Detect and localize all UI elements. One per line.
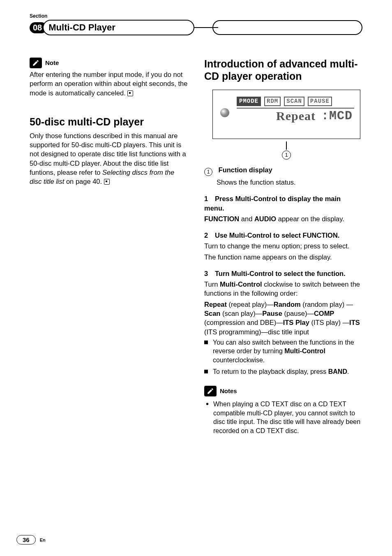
seq-pause: Pause — [262, 310, 282, 317]
callout-leader-line — [286, 141, 287, 150]
step1-body: FUNCTION and AUDIO appear on the display… — [204, 214, 362, 223]
step1-kw-function: FUNCTION — [204, 215, 239, 222]
page-footer: 36 En — [16, 535, 46, 544]
section-label: Section — [30, 13, 362, 19]
step1-mid: and — [239, 215, 254, 222]
tip-return-playback: To return to the playback display, press… — [204, 367, 362, 378]
square-bullet-icon — [204, 341, 208, 344]
heading-intro-advanced: Introduction of advanced multi-CD player… — [204, 58, 362, 82]
pencil-icon — [204, 386, 217, 396]
seq-random-p: (random play) — — [301, 301, 353, 308]
function-sequence: Repeat (repeat play)—Random (random play… — [204, 300, 362, 336]
seq-its: ITS — [349, 319, 360, 326]
b2a: To return to the playback display, press — [213, 368, 328, 375]
right-column: Introduction of advanced multi-CD player… — [204, 58, 362, 437]
b1c: counterclockwise. — [213, 357, 265, 364]
note-body: After entering the number input mode, if… — [30, 70, 188, 97]
seq-random: Random — [274, 301, 301, 308]
indicator-pmode: PMODE — [237, 97, 261, 106]
display-function-name: Repeat — [276, 108, 316, 125]
indicator-rdm: RDM — [264, 97, 281, 106]
function-display-label-row: 1 Function display — [204, 165, 362, 176]
step1-head-text: Press Multi-Control to display the main … — [204, 195, 341, 211]
note-heading: Note — [30, 58, 59, 68]
seq-repeat-p: (repeat play)— — [227, 301, 274, 308]
seq-scan: Scan — [204, 310, 220, 317]
pencil-icon — [30, 58, 42, 68]
note-label: Note — [45, 59, 59, 67]
chapter-title: Multi-CD Player — [43, 20, 194, 35]
b2c: . — [347, 368, 349, 375]
step2-line2: The function name appears on the display… — [204, 253, 362, 262]
display-function-value: :MCD — [321, 108, 353, 125]
b2b: BAND — [328, 368, 347, 375]
step3-head: 3Turn Multi-Control to select the functi… — [204, 269, 362, 278]
tip-reverse-order: You can also switch between the function… — [204, 338, 362, 366]
header-decoration-bubble — [212, 20, 362, 35]
b1b: Multi-Control — [284, 348, 325, 354]
seq-pause-p: (pause)— — [282, 310, 314, 317]
lcd-display-illustration: PMODE RDM SCAN PAUSE Repeat :MCD — [212, 90, 360, 139]
seq-its-p: (ITS programming)—disc title input — [204, 328, 309, 336]
seq-repeat: Repeat — [204, 301, 227, 308]
step2-line1: Turn to change the menu option; press to… — [204, 241, 362, 250]
notes-heading: Notes — [204, 386, 237, 396]
end-of-section-icon — [104, 179, 110, 185]
display-indicator-row: PMODE RDM SCAN PAUSE — [237, 97, 354, 106]
chapter-header: 08 Multi-CD Player — [30, 20, 362, 35]
display-main-row: Repeat :MCD — [219, 108, 354, 125]
callout-number: 1 — [282, 151, 291, 160]
step1-kw-audio: AUDIO — [254, 215, 276, 222]
step1-tail: appear on the display. — [276, 215, 344, 222]
notes-label: Notes — [220, 387, 237, 395]
indicator-scan: SCAN — [284, 97, 304, 106]
left-column: Note After entering the number input mod… — [30, 58, 188, 437]
language-code: En — [40, 537, 46, 542]
square-bullet-icon — [204, 370, 208, 373]
p1-tail: on page 40. — [64, 178, 102, 185]
seq-comp-p: (compression and DBE)— — [204, 319, 283, 326]
notes-list: When playing a CD TEXT disc on a CD TEXT… — [204, 400, 362, 435]
seq-itsplay: ITS Play — [283, 319, 309, 326]
notes-item: When playing a CD TEXT disc on a CD TEXT… — [213, 400, 362, 435]
b1a: You can also switch between the function… — [213, 339, 354, 355]
note-body-text: After entering the number input mode, if… — [30, 71, 187, 97]
seq-scan-p: (scan play)— — [220, 310, 262, 317]
step2-head: 2Use Multi-Control to select FUNCTION. — [204, 231, 362, 240]
step2-head-text: Use Multi-Control to select FUNCTION. — [215, 232, 339, 239]
knob-icon — [220, 108, 229, 117]
function-display-label: Function display — [219, 166, 272, 174]
indicator-pause: PAUSE — [308, 97, 332, 106]
page-number: 36 — [16, 535, 36, 544]
paragraph-50disc: Only those functions described in this m… — [30, 131, 188, 186]
s3a: Turn — [204, 280, 220, 288]
step3-line1: Turn Multi-Control clockwise to switch b… — [204, 280, 362, 298]
step3-head-text: Turn Multi-Control to select the functio… — [215, 270, 346, 277]
heading-50disc: 50-disc multi-CD player — [30, 116, 188, 128]
seq-itsplay-p: (ITS play) — — [309, 319, 349, 326]
s3b: Multi-Control — [220, 280, 262, 288]
end-of-section-icon — [127, 90, 133, 96]
function-display-desc: Shows the function status. — [204, 178, 362, 187]
callout-ref-number: 1 — [204, 168, 212, 176]
seq-comp: COMP — [314, 310, 334, 317]
step1-head: 1Press Multi-Control to display the main… — [204, 194, 362, 213]
